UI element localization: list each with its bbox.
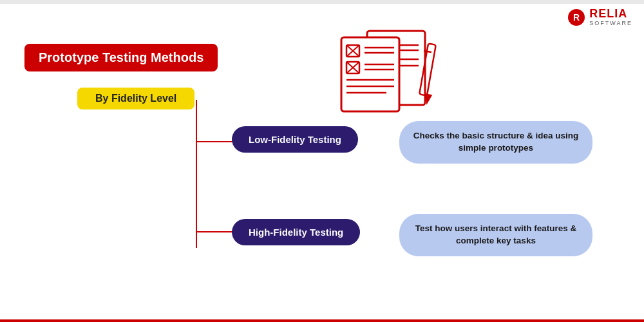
main-title-badge: Prototype Testing Methods xyxy=(24,44,218,71)
svg-text:R: R xyxy=(573,12,580,23)
logo-text: RELIA SOFTWARE xyxy=(589,8,632,27)
low-fidelity-description: Checks the basic structure & idea using … xyxy=(399,121,592,164)
top-border xyxy=(0,0,644,4)
bottom-border xyxy=(0,319,644,322)
high-fidelity-node: High-Fidelity Testing xyxy=(232,219,360,245)
high-fidelity-description: Test how users interact with features & … xyxy=(399,214,592,256)
relia-logo-icon: R xyxy=(567,8,585,26)
prototype-icon xyxy=(328,24,444,128)
logo-software: SOFTWARE xyxy=(589,21,632,27)
low-fidelity-node: Low-Fidelity Testing xyxy=(232,126,358,153)
logo-area: R RELIA SOFTWARE xyxy=(567,8,632,27)
logo-relia: RELIA xyxy=(589,8,632,21)
